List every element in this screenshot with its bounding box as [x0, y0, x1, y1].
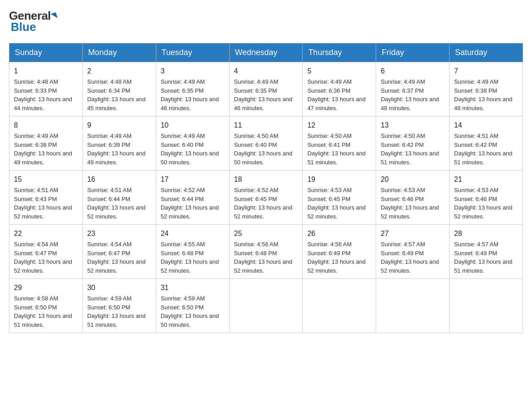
day-number: 12	[307, 120, 371, 131]
day-info: Sunrise: 4:51 AMSunset: 6:42 PMDaylight:…	[454, 133, 512, 166]
calendar-cell	[229, 279, 303, 333]
day-info: Sunrise: 4:53 AMSunset: 6:46 PMDaylight:…	[454, 187, 512, 220]
day-number: 25	[234, 228, 298, 239]
day-info: Sunrise: 4:59 AMSunset: 6:50 PMDaylight:…	[161, 295, 219, 328]
day-info: Sunrise: 4:52 AMSunset: 6:45 PMDaylight:…	[234, 187, 292, 220]
day-number: 4	[234, 66, 298, 77]
weekday-header-row: SundayMondayTuesdayWednesdayThursdayFrid…	[9, 43, 523, 62]
day-info: Sunrise: 4:51 AMSunset: 6:44 PMDaylight:…	[87, 187, 146, 220]
day-info: Sunrise: 4:49 AMSunset: 6:39 PMDaylight:…	[87, 133, 146, 166]
day-info: Sunrise: 4:53 AMSunset: 6:46 PMDaylight:…	[381, 187, 439, 220]
day-info: Sunrise: 4:57 AMSunset: 6:49 PMDaylight:…	[381, 241, 439, 274]
calendar-cell: 19Sunrise: 4:53 AMSunset: 6:45 PMDayligh…	[303, 171, 376, 225]
calendar-cell: 13Sunrise: 4:50 AMSunset: 6:42 PMDayligh…	[376, 116, 450, 171]
calendar-cell: 9Sunrise: 4:49 AMSunset: 6:39 PMDaylight…	[82, 116, 156, 171]
calendar-cell	[303, 279, 376, 333]
day-info: Sunrise: 4:56 AMSunset: 6:49 PMDaylight:…	[307, 241, 365, 274]
day-number: 30	[87, 283, 151, 293]
calendar-cell: 28Sunrise: 4:57 AMSunset: 6:49 PMDayligh…	[450, 225, 523, 279]
calendar-cell: 26Sunrise: 4:56 AMSunset: 6:49 PMDayligh…	[303, 225, 376, 279]
day-info: Sunrise: 4:49 AMSunset: 6:36 PMDaylight:…	[307, 78, 365, 111]
day-number: 16	[87, 174, 151, 185]
day-info: Sunrise: 4:52 AMSunset: 6:44 PMDaylight:…	[161, 187, 219, 220]
calendar-cell: 1Sunrise: 4:48 AMSunset: 6:33 PMDaylight…	[9, 62, 83, 116]
day-number: 21	[454, 174, 518, 185]
day-number: 11	[234, 120, 298, 131]
calendar-cell: 10Sunrise: 4:49 AMSunset: 6:40 PMDayligh…	[156, 116, 229, 171]
calendar-cell: 14Sunrise: 4:51 AMSunset: 6:42 PMDayligh…	[450, 116, 523, 171]
calendar-cell: 24Sunrise: 4:55 AMSunset: 6:48 PMDayligh…	[156, 225, 229, 279]
day-number: 15	[14, 174, 78, 185]
weekday-header-tuesday: Tuesday	[156, 43, 229, 62]
weekday-header-thursday: Thursday	[303, 43, 376, 62]
weekday-header-friday: Friday	[376, 43, 450, 62]
calendar-cell: 12Sunrise: 4:50 AMSunset: 6:41 PMDayligh…	[303, 116, 376, 171]
weekday-header-wednesday: Wednesday	[229, 43, 303, 62]
day-number: 10	[161, 120, 225, 131]
day-number: 6	[381, 66, 445, 77]
calendar-cell: 6Sunrise: 4:49 AMSunset: 6:37 PMDaylight…	[376, 62, 450, 116]
day-info: Sunrise: 4:49 AMSunset: 6:40 PMDaylight:…	[161, 133, 219, 166]
calendar-week-row: 8Sunrise: 4:49 AMSunset: 6:38 PMDaylight…	[9, 116, 523, 171]
calendar-cell: 17Sunrise: 4:52 AMSunset: 6:44 PMDayligh…	[156, 171, 229, 225]
day-info: Sunrise: 4:49 AMSunset: 6:35 PMDaylight:…	[234, 78, 292, 111]
calendar-cell: 4Sunrise: 4:49 AMSunset: 6:35 PMDaylight…	[229, 62, 303, 116]
calendar-week-row: 15Sunrise: 4:51 AMSunset: 6:43 PMDayligh…	[9, 171, 523, 225]
calendar-cell: 18Sunrise: 4:52 AMSunset: 6:45 PMDayligh…	[229, 171, 303, 225]
day-number: 3	[161, 66, 225, 77]
day-info: Sunrise: 4:54 AMSunset: 6:47 PMDaylight:…	[87, 241, 146, 274]
calendar-cell: 27Sunrise: 4:57 AMSunset: 6:49 PMDayligh…	[376, 225, 450, 279]
weekday-header-saturday: Saturday	[450, 43, 523, 62]
day-info: Sunrise: 4:54 AMSunset: 6:47 PMDaylight:…	[14, 241, 72, 274]
day-info: Sunrise: 4:58 AMSunset: 6:50 PMDaylight:…	[14, 295, 72, 328]
calendar-cell: 7Sunrise: 4:49 AMSunset: 6:38 PMDaylight…	[450, 62, 523, 116]
day-number: 31	[161, 283, 225, 293]
day-info: Sunrise: 4:53 AMSunset: 6:45 PMDaylight:…	[307, 187, 365, 220]
day-info: Sunrise: 4:49 AMSunset: 6:37 PMDaylight:…	[381, 78, 439, 111]
day-info: Sunrise: 4:57 AMSunset: 6:49 PMDaylight:…	[454, 241, 512, 274]
day-number: 26	[307, 228, 371, 239]
day-number: 23	[87, 228, 151, 239]
day-info: Sunrise: 4:49 AMSunset: 6:38 PMDaylight:…	[14, 133, 72, 166]
weekday-header-sunday: Sunday	[9, 43, 83, 62]
day-number: 8	[14, 120, 78, 131]
calendar-cell: 2Sunrise: 4:48 AMSunset: 6:34 PMDaylight…	[82, 62, 156, 116]
weekday-header-monday: Monday	[82, 43, 156, 62]
day-info: Sunrise: 4:49 AMSunset: 6:35 PMDaylight:…	[161, 78, 219, 111]
day-number: 13	[381, 120, 445, 131]
day-number: 27	[381, 228, 445, 239]
day-number: 17	[161, 174, 225, 185]
calendar-cell: 16Sunrise: 4:51 AMSunset: 6:44 PMDayligh…	[82, 171, 156, 225]
calendar-cell: 5Sunrise: 4:49 AMSunset: 6:36 PMDaylight…	[303, 62, 376, 116]
logo-blue-text: Blue	[9, 20, 36, 34]
day-info: Sunrise: 4:50 AMSunset: 6:42 PMDaylight:…	[381, 133, 439, 166]
calendar-week-row: 1Sunrise: 4:48 AMSunset: 6:33 PMDaylight…	[9, 62, 523, 116]
calendar-cell: 23Sunrise: 4:54 AMSunset: 6:47 PMDayligh…	[82, 225, 156, 279]
day-info: Sunrise: 4:56 AMSunset: 6:48 PMDaylight:…	[234, 241, 292, 274]
day-info: Sunrise: 4:48 AMSunset: 6:33 PMDaylight:…	[14, 78, 72, 111]
day-info: Sunrise: 4:50 AMSunset: 6:40 PMDaylight:…	[234, 133, 292, 166]
day-number: 1	[14, 66, 78, 77]
calendar-cell: 20Sunrise: 4:53 AMSunset: 6:46 PMDayligh…	[376, 171, 450, 225]
calendar-cell: 31Sunrise: 4:59 AMSunset: 6:50 PMDayligh…	[156, 279, 229, 333]
page-header: General Blue	[9, 9, 523, 34]
calendar-cell: 29Sunrise: 4:58 AMSunset: 6:50 PMDayligh…	[9, 279, 83, 333]
calendar-table: SundayMondayTuesdayWednesdayThursdayFrid…	[9, 43, 523, 333]
logo-arrow-icon	[51, 12, 58, 20]
calendar-cell	[376, 279, 450, 333]
day-number: 7	[454, 66, 518, 77]
day-number: 14	[454, 120, 518, 131]
calendar-cell: 25Sunrise: 4:56 AMSunset: 6:48 PMDayligh…	[229, 225, 303, 279]
day-number: 29	[14, 283, 78, 293]
calendar-cell: 30Sunrise: 4:59 AMSunset: 6:50 PMDayligh…	[82, 279, 156, 333]
day-number: 9	[87, 120, 151, 131]
day-number: 5	[307, 66, 371, 77]
calendar-cell: 22Sunrise: 4:54 AMSunset: 6:47 PMDayligh…	[9, 225, 83, 279]
day-info: Sunrise: 4:48 AMSunset: 6:34 PMDaylight:…	[87, 78, 146, 111]
calendar-cell: 8Sunrise: 4:49 AMSunset: 6:38 PMDaylight…	[9, 116, 83, 171]
logo: General Blue	[9, 9, 57, 34]
day-info: Sunrise: 4:49 AMSunset: 6:38 PMDaylight:…	[454, 78, 512, 111]
day-number: 18	[234, 174, 298, 185]
calendar-cell: 21Sunrise: 4:53 AMSunset: 6:46 PMDayligh…	[450, 171, 523, 225]
day-info: Sunrise: 4:55 AMSunset: 6:48 PMDaylight:…	[161, 241, 219, 274]
